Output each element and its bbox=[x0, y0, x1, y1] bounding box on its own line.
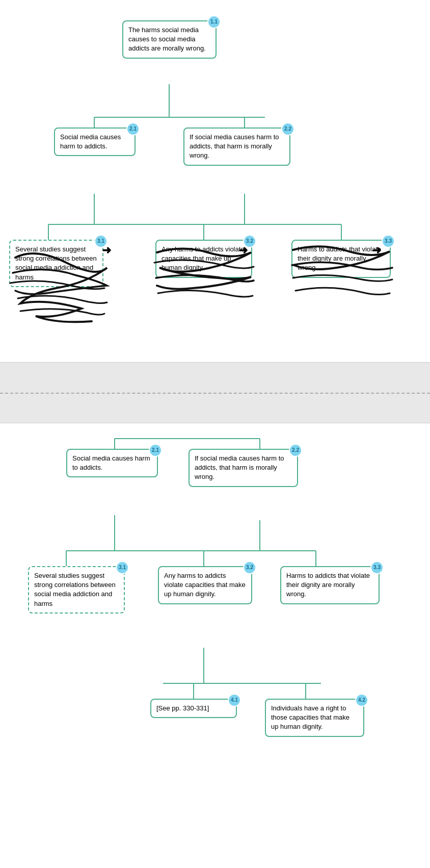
node-3-3-top-text: Harms to addicts that violate their dign… bbox=[298, 245, 381, 271]
badge-3-1-bottom: 3.1 bbox=[116, 561, 129, 574]
node-2-2-top-text: If social media causes harm to addicts, … bbox=[190, 133, 279, 159]
badge-2-2-top: 2.2 bbox=[281, 122, 294, 136]
node-2-1-bottom[interactable]: 2.1 Social media causes harm to addicts. bbox=[66, 449, 158, 477]
badge-3-2-top: 3.2 bbox=[243, 235, 256, 248]
node-3-1-top-text: Several studies suggest strong correlati… bbox=[15, 245, 97, 281]
node-2-1-top-text: Social media causes harm to addicts. bbox=[60, 133, 121, 150]
node-2-2-bottom[interactable]: 2.2 If social media causes harm to addic… bbox=[189, 449, 298, 487]
badge-3-3-top: 3.3 bbox=[382, 235, 395, 248]
node-3-2-top[interactable]: 3.2 Any harms to addicts violate capacit… bbox=[155, 240, 252, 278]
badge-2-2-bottom: 2.2 bbox=[289, 444, 302, 457]
badge-3-2-bottom: 3.2 bbox=[243, 561, 256, 574]
node-1-1-text: The harms social media causes to social … bbox=[128, 26, 206, 52]
badge-2-1-bottom: 2.1 bbox=[149, 444, 162, 457]
node-4-1-bottom[interactable]: 4.1 [See pp. 330-331] bbox=[150, 699, 237, 718]
badge-2-1-top: 2.1 bbox=[126, 122, 140, 136]
divider-section bbox=[0, 362, 430, 423]
node-3-1-top[interactable]: 3.1 Several studies suggest strong corre… bbox=[9, 240, 103, 287]
node-3-2-top-text: Any harms to addicts violate capacities … bbox=[162, 245, 245, 271]
node-3-2-bottom[interactable]: 3.2 Any harms to addicts violate capacit… bbox=[158, 566, 252, 604]
badge-4-1-bottom: 4.1 bbox=[228, 694, 241, 707]
node-1-1[interactable]: 1.1 The harms social media causes to soc… bbox=[122, 20, 217, 59]
node-2-1-bottom-text: Social media causes harm to addicts. bbox=[72, 454, 150, 471]
badge-4-2-bottom: 4.2 bbox=[355, 694, 368, 707]
badge-3-3-bottom: 3.3 bbox=[370, 561, 384, 574]
node-3-1-bottom[interactable]: 3.1 Several studies suggest strong corre… bbox=[28, 566, 125, 614]
node-3-3-bottom-text: Harms to addicts that violate their dign… bbox=[286, 572, 370, 598]
node-3-3-bottom[interactable]: 3.3 Harms to addicts that violate their … bbox=[280, 566, 380, 604]
badge-3-1-top: 3.1 bbox=[94, 235, 108, 248]
node-4-2-bottom[interactable]: 4.2 Individuals have a right to those ca… bbox=[265, 699, 364, 737]
arrow-3-3-top: ➜ bbox=[372, 244, 381, 257]
top-tree-container: 1.1 The harms social media causes to soc… bbox=[5, 10, 425, 347]
top-section: 1.1 The harms social media causes to soc… bbox=[0, 0, 430, 362]
bottom-connectors bbox=[5, 433, 425, 852]
node-2-2-bottom-text: If social media causes harm to addicts, … bbox=[195, 454, 284, 480]
top-connectors bbox=[5, 10, 425, 347]
node-2-2-top[interactable]: 2.2 If social media causes harm to addic… bbox=[183, 127, 290, 166]
node-3-1-bottom-text: Several studies suggest strong correlati… bbox=[34, 572, 116, 607]
bottom-section: 2.1 Social media causes harm to addicts.… bbox=[0, 423, 430, 868]
badge-1-1: 1.1 bbox=[207, 15, 221, 29]
node-3-2-bottom-text: Any harms to addicts violate capacities … bbox=[164, 572, 246, 598]
node-2-1-top[interactable]: 2.1 Social media causes harm to addicts. bbox=[54, 127, 136, 156]
dashed-divider bbox=[0, 393, 430, 394]
node-4-2-bottom-text: Individuals have a right to those capaci… bbox=[271, 704, 350, 730]
node-4-1-bottom-text: [See pp. 330-331] bbox=[156, 704, 209, 712]
bottom-tree-container: 2.1 Social media causes harm to addicts.… bbox=[5, 433, 425, 852]
